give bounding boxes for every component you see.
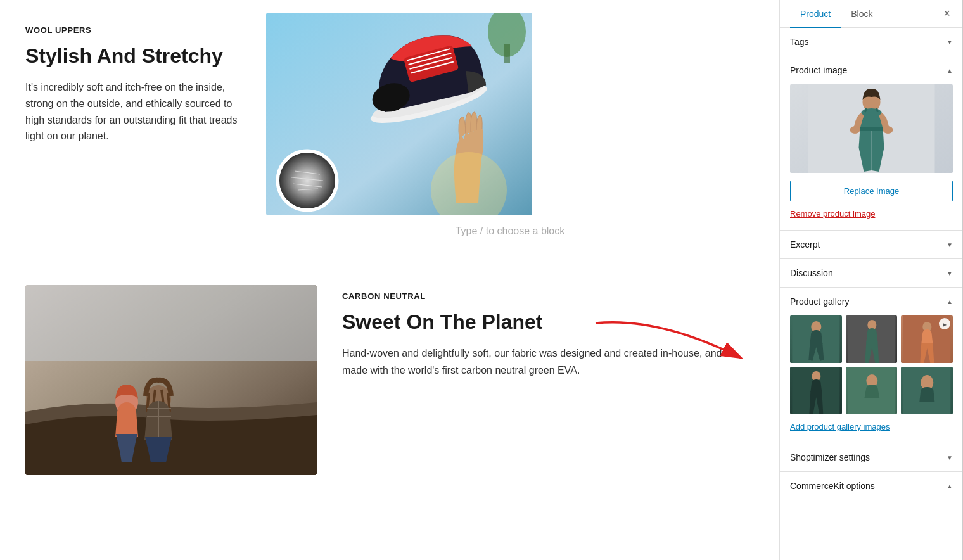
- commercekit-header[interactable]: CommerceKit options: [780, 472, 963, 500]
- commercekit-section: CommerceKit options: [780, 472, 963, 500]
- product-image-label: Product image: [790, 65, 847, 75]
- product-gallery-header[interactable]: Product gallery: [780, 288, 963, 315]
- shoptimizer-header[interactable]: Shoptimizer settings: [780, 443, 963, 471]
- excerpt-header[interactable]: Excerpt: [780, 231, 963, 258]
- couple-image: [25, 285, 317, 475]
- product-image-section: Product image: [780, 56, 963, 231]
- shoptimizer-section: Shoptimizer settings: [780, 443, 963, 472]
- shoptimizer-chevron: [947, 453, 953, 462]
- gallery-grid: [790, 315, 953, 414]
- svg-point-14: [279, 153, 335, 208]
- svg-rect-2: [504, 44, 510, 63]
- commercekit-chevron: [947, 481, 953, 490]
- add-product-gallery-link[interactable]: Add product gallery images: [790, 421, 953, 433]
- product-image-header[interactable]: Product image: [780, 56, 963, 84]
- replace-image-button[interactable]: Replace Image: [790, 181, 953, 201]
- gallery-thumb-1[interactable]: [790, 315, 842, 363]
- section-1-heading: Stylish And Stretchy: [25, 44, 241, 68]
- type-hint[interactable]: Type / to choose a block: [266, 215, 754, 247]
- excerpt-section: Excerpt: [780, 231, 963, 259]
- remove-product-image-link[interactable]: Remove product image: [790, 208, 953, 220]
- section-2-body: Hand-woven and delightfully soft, our fa…: [342, 345, 754, 379]
- tags-header[interactable]: Tags: [780, 28, 963, 56]
- section-1-right: Type / to choose a block: [266, 13, 754, 247]
- product-gallery-content: Add product gallery images: [780, 315, 963, 443]
- shoptimizer-label: Shoptimizer settings: [790, 452, 870, 462]
- product-image-content: Replace Image Remove product image: [780, 84, 963, 230]
- product-gallery-label: Product gallery: [790, 296, 849, 307]
- tags-section: Tags: [780, 28, 963, 56]
- main-content: WOOL UPPERS Stylish And Stretchy It's in…: [0, 0, 779, 560]
- discussion-section: Discussion: [780, 259, 963, 288]
- product-gallery-section: Product gallery: [780, 288, 963, 443]
- gallery-thumb-3[interactable]: [901, 315, 953, 363]
- carbon-label: CARBON NEUTRAL: [342, 291, 754, 301]
- svg-line-29: [877, 108, 878, 112]
- tab-product[interactable]: Product: [790, 0, 841, 28]
- excerpt-chevron: [947, 240, 953, 249]
- product-image-preview: [790, 84, 953, 173]
- play-icon: [943, 321, 947, 328]
- close-button[interactable]: ×: [941, 4, 953, 23]
- section-2-right: CARBON NEUTRAL Sweet On The Planet Hand-…: [342, 285, 754, 379]
- svg-rect-32: [860, 127, 883, 131]
- svg-line-28: [865, 108, 867, 112]
- tags-label: Tags: [790, 37, 809, 47]
- discussion-header[interactable]: Discussion: [780, 259, 963, 287]
- product-image-chevron: [947, 66, 953, 75]
- svg-point-31: [883, 126, 893, 134]
- sidebar: Product Block × Tags Product image: [779, 0, 963, 560]
- section-1-left: WOOL UPPERS Stylish And Stretchy It's in…: [25, 13, 241, 144]
- shoe-image: [266, 13, 532, 215]
- gallery-thumb-4[interactable]: [790, 367, 842, 414]
- excerpt-label: Excerpt: [790, 239, 820, 250]
- commercekit-label: CommerceKit options: [790, 481, 875, 491]
- discussion-label: Discussion: [790, 268, 833, 278]
- gallery-thumb-5[interactable]: [846, 367, 898, 414]
- discussion-chevron: [947, 269, 953, 277]
- section-1: WOOL UPPERS Stylish And Stretchy It's in…: [25, 13, 754, 272]
- section-2-heading: Sweet On The Planet: [342, 310, 754, 334]
- gallery-thumb-6[interactable]: [901, 367, 953, 414]
- svg-point-30: [850, 126, 860, 134]
- section-1-body: It's incredibly soft and itch-free on th…: [25, 79, 241, 144]
- tags-chevron: [947, 37, 953, 46]
- gallery-play-indicator: [939, 318, 950, 329]
- gallery-thumb-2[interactable]: [846, 315, 898, 363]
- product-gallery-chevron: [947, 297, 953, 306]
- svg-rect-20: [25, 285, 317, 361]
- tabs-container: Product Block: [790, 0, 883, 27]
- sidebar-tabs: Product Block ×: [780, 0, 963, 28]
- section-2: CARBON NEUTRAL Sweet On The Planet Hand-…: [25, 272, 754, 475]
- wool-uppers-label: WOOL UPPERS: [25, 25, 241, 35]
- tab-block[interactable]: Block: [841, 0, 883, 28]
